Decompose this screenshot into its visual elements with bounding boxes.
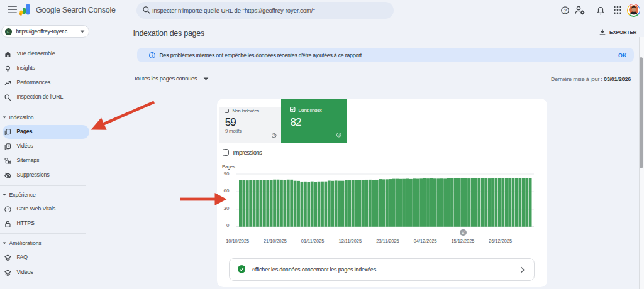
svg-text:?: ? bbox=[338, 134, 340, 137]
svg-text:G: G bbox=[7, 30, 10, 34]
svg-text:?: ? bbox=[273, 134, 275, 138]
svg-text:?: ? bbox=[564, 7, 567, 13]
